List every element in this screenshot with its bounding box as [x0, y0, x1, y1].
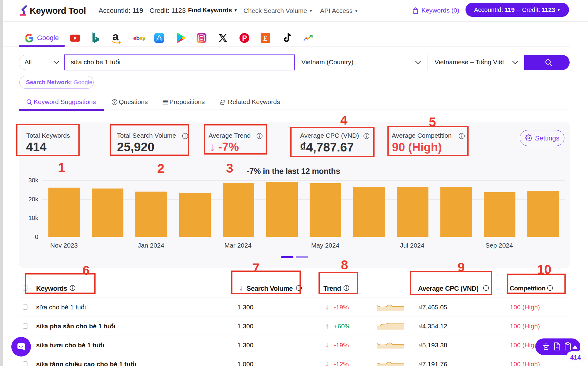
svg-text:P: P — [242, 34, 247, 42]
svg-text:E: E — [263, 34, 268, 42]
